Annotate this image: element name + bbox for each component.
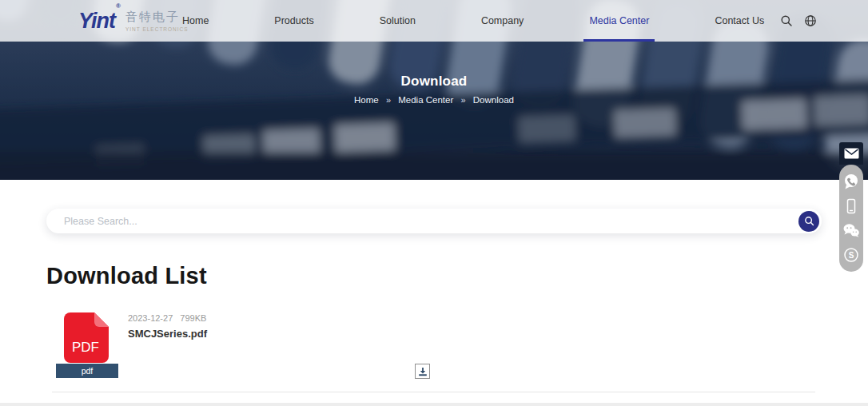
breadcrumb-home[interactable]: Home xyxy=(354,95,379,105)
mobile-icon[interactable] xyxy=(841,196,862,217)
nav-item-home[interactable]: Home xyxy=(182,0,209,42)
nav-icons xyxy=(780,0,817,42)
file-meta: 2023-12-27799KB xyxy=(128,313,206,323)
pdf-file-icon: PDF xyxy=(64,312,109,363)
logo-names: 音特电子 YINT ELECTRONICS xyxy=(125,10,189,32)
svg-text:S: S xyxy=(849,250,854,259)
nav-item-products[interactable]: Products xyxy=(274,0,313,42)
logo-english-name: YINT ELECTRONICS xyxy=(125,26,189,32)
breadcrumb-download: Download xyxy=(473,95,514,105)
logo-chinese-name: 音特电子 xyxy=(125,10,189,25)
file-date: 2023-12-27 xyxy=(128,313,173,323)
brand-logo[interactable]: Yint® 音特电子 YINT ELECTRONICS xyxy=(78,10,189,32)
file-name[interactable]: SMCJSeries.pdf xyxy=(128,328,207,340)
registered-mark: ® xyxy=(116,2,120,10)
phone-icon[interactable] xyxy=(841,171,862,192)
search-submit-button[interactable] xyxy=(798,211,819,232)
nav-menu: Home Products Solution Company Media Cen… xyxy=(182,0,764,42)
page-title: Download xyxy=(0,74,868,90)
pdf-icon-label: PDF xyxy=(72,340,99,355)
breadcrumb-separator: » xyxy=(460,95,465,105)
nav-item-contact-us[interactable]: Contact Us xyxy=(715,0,764,42)
list-divider xyxy=(52,392,815,392)
search-input[interactable] xyxy=(46,216,798,227)
nav-item-media-center[interactable]: Media Center xyxy=(589,0,649,42)
top-navbar: Yint® 音特电子 YINT ELECTRONICS Home Product… xyxy=(0,0,868,42)
nav-item-company[interactable]: Company xyxy=(481,0,524,42)
floating-contact-pill: S xyxy=(839,165,863,272)
breadcrumb-media-center[interactable]: Media Center xyxy=(398,95,453,105)
search-icon xyxy=(804,216,814,226)
logo-wordmark: Yint® xyxy=(78,10,119,32)
breadcrumb-separator: » xyxy=(386,95,391,105)
search-bar xyxy=(46,209,822,233)
download-icon xyxy=(418,367,428,376)
nav-item-solution[interactable]: Solution xyxy=(380,0,416,42)
breadcrumb: Home » Media Center » Download xyxy=(0,95,868,105)
search-icon[interactable] xyxy=(780,14,793,27)
email-icon[interactable] xyxy=(839,142,863,165)
download-button[interactable] xyxy=(415,364,430,379)
file-type-badge: pdf xyxy=(56,364,118,378)
floating-contact-rail: S xyxy=(839,142,863,272)
next-section-edge xyxy=(0,403,868,406)
wechat-icon[interactable] xyxy=(841,220,862,241)
file-size: 799KB xyxy=(180,313,206,323)
skype-icon[interactable]: S xyxy=(841,245,862,265)
download-list-item[interactable]: PDF pdf 2023-12-27799KB SMCJSeries.pdf xyxy=(0,308,868,380)
globe-icon[interactable] xyxy=(804,14,817,27)
page-heading: Download List xyxy=(46,263,207,289)
